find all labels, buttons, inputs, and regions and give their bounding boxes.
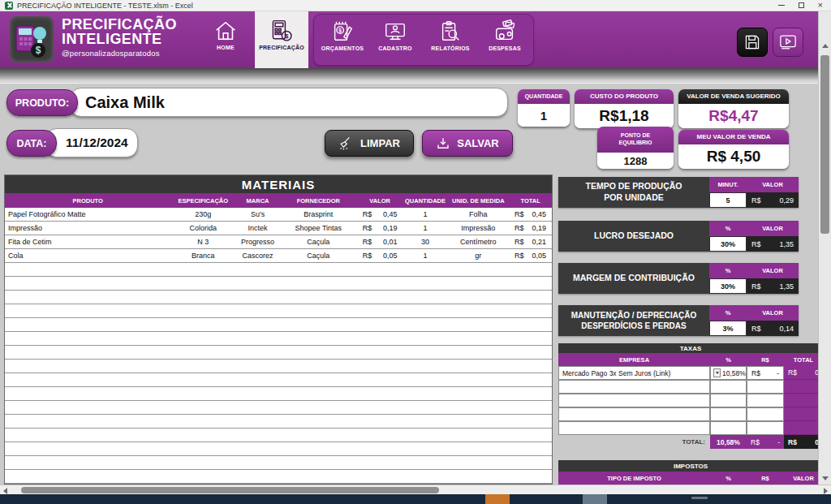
scroll-right-arrow-icon[interactable] — [824, 488, 828, 494]
scroll-left-arrow-icon[interactable] — [3, 488, 7, 494]
save-button[interactable] — [737, 28, 768, 57]
cell-marca[interactable]: Cascorez — [235, 249, 280, 262]
table-empty-row[interactable] — [5, 442, 552, 456]
quantidade-value[interactable]: 1 — [518, 104, 570, 127]
vertical-scroll-thumb[interactable] — [820, 55, 829, 234]
cell-especificacao[interactable]: Colorida — [170, 222, 235, 235]
taxa-empresa-cell[interactable] — [558, 394, 710, 407]
table-empty-row[interactable] — [5, 304, 552, 318]
cell-unidade[interactable]: Impressão — [447, 222, 509, 235]
cell-marca[interactable]: Progresso — [235, 235, 280, 248]
cell-quantidade[interactable]: 1 — [403, 208, 448, 221]
vertical-scrollbar[interactable] — [818, 11, 831, 485]
taxa-empty-row[interactable] — [558, 421, 823, 435]
taxa-rs-cell[interactable] — [747, 421, 784, 435]
cell-fornecedor[interactable]: Caçula — [280, 235, 357, 248]
scroll-up-arrow-icon[interactable] — [822, 44, 829, 48]
lucro-pct-input[interactable]: 30% — [709, 236, 747, 252]
taxa-empresa-cell[interactable] — [558, 380, 710, 394]
cell-valor[interactable]: R$0,19 — [357, 222, 403, 235]
table-empty-row[interactable] — [5, 291, 552, 304]
cell-especificacao[interactable]: 230g — [170, 208, 235, 221]
taxa-empresa-cell[interactable] — [558, 407, 710, 421]
taxa-pct-cell[interactable] — [710, 407, 747, 421]
minutos-input[interactable]: 5 — [709, 192, 747, 208]
meu-valor-value[interactable]: R$ 4,50 — [678, 144, 789, 169]
table-empty-row[interactable] — [5, 346, 552, 360]
cell-unidade[interactable]: Folha — [447, 208, 509, 221]
taxa-empresa-cell[interactable]: Mercado Pago 3x Sem Juros (Link) — [558, 366, 710, 380]
nav-despesas[interactable]: DESPESAS — [481, 19, 528, 51]
scroll-down-arrow-icon[interactable] — [822, 476, 829, 480]
cell-valor[interactable]: R$0,05 — [357, 249, 403, 262]
table-empty-row[interactable] — [5, 429, 552, 442]
produto-input[interactable]: Caixa Milk — [70, 88, 508, 117]
video-tutorial-button[interactable] — [773, 28, 803, 57]
cell-especificacao[interactable]: Branca — [170, 249, 235, 262]
cell-valor[interactable]: R$0,45 — [357, 208, 403, 221]
limpar-button[interactable]: LIMPAR — [325, 130, 414, 157]
minimize-button[interactable] — [778, 5, 785, 6]
table-empty-row[interactable] — [5, 360, 552, 373]
cell-marca[interactable]: Inctek — [235, 222, 280, 235]
cell-fornecedor[interactable]: Shopee Tintas — [280, 222, 357, 235]
close-button[interactable]: × — [818, 1, 823, 10]
taxa-pct-cell[interactable] — [710, 394, 747, 407]
cell-total[interactable]: R$0,21 — [509, 235, 552, 248]
table-row[interactable]: Impressão Colorida Inctek Shopee Tintas … — [5, 222, 552, 235]
cell-fornecedor[interactable]: Caçula — [280, 249, 357, 262]
nav-orcamentos[interactable]: $ ORÇAMENTOS — [317, 19, 368, 51]
table-empty-row[interactable] — [5, 415, 552, 429]
nav-relatorios[interactable]: RELATÓRIOS — [424, 19, 476, 51]
taxa-empty-row[interactable] — [558, 394, 823, 407]
taxa-pct-cell[interactable]: 10,58% — [710, 366, 747, 380]
table-empty-row[interactable] — [5, 401, 552, 415]
taxa-row[interactable]: Mercado Pago 3x Sem Juros (Link) 10,58% … — [558, 366, 823, 380]
dropdown-arrow-icon[interactable] — [713, 368, 721, 377]
cell-fornecedor[interactable]: Brasprint — [280, 208, 357, 221]
horizontal-scroll-thumb[interactable] — [21, 487, 439, 493]
cell-quantidade[interactable]: 1 — [403, 249, 448, 262]
cell-produto[interactable]: Papel Fotográfico Matte — [5, 208, 170, 221]
nav-cadastro[interactable]: CADASTRO — [371, 19, 420, 51]
cell-valor[interactable]: R$0,01 — [357, 235, 403, 248]
cell-total[interactable]: R$0,45 — [509, 208, 552, 221]
taxa-empty-row[interactable] — [558, 380, 823, 394]
table-empty-row[interactable] — [5, 373, 552, 387]
manutencao-pct-input[interactable]: 3% — [709, 321, 747, 336]
taskbar-app-orange[interactable] — [485, 494, 510, 504]
cell-especificacao[interactable]: N 3 — [170, 235, 235, 248]
table-row[interactable]: Papel Fotográfico Matte 230g Su's Braspr… — [5, 208, 552, 222]
cell-produto[interactable]: Fita de Cetim — [5, 235, 170, 248]
taxa-empresa-cell[interactable] — [558, 421, 710, 435]
horizontal-scrollbar[interactable] — [0, 485, 831, 494]
taxa-rs-cell[interactable]: R$- — [747, 366, 784, 380]
nav-home[interactable]: HOME — [203, 19, 248, 50]
cell-quantidade[interactable]: 30 — [403, 235, 448, 248]
taxa-rs-cell[interactable] — [747, 380, 784, 394]
cell-unidade[interactable]: gr — [447, 249, 509, 262]
taxa-pct-cell[interactable] — [710, 380, 747, 394]
salvar-button[interactable]: SALVAR — [422, 130, 513, 157]
cell-marca[interactable]: Su's — [235, 208, 280, 221]
taskbar-app-gray[interactable] — [583, 494, 607, 504]
cell-unidade[interactable]: Centímetro — [447, 235, 509, 248]
table-empty-row[interactable] — [5, 263, 552, 277]
table-row[interactable]: Fita de Cetim N 3 Progresso Caçula R$0,0… — [5, 235, 552, 249]
cell-quantidade[interactable]: 1 — [403, 222, 448, 235]
table-row[interactable]: Cola Branca Cascorez Caçula R$0,05 1 gr … — [5, 249, 552, 263]
taxa-empty-row[interactable] — [558, 407, 823, 421]
table-empty-row[interactable] — [5, 387, 552, 401]
cell-produto[interactable]: Impressão — [5, 222, 170, 235]
table-empty-row[interactable] — [5, 456, 552, 470]
taxa-rs-cell[interactable] — [747, 407, 784, 421]
maximize-button[interactable] — [799, 2, 804, 8]
taxa-pct-cell[interactable] — [710, 421, 747, 435]
nav-precificacao[interactable]: $ PRECIFICAÇÃO — [255, 11, 308, 68]
cell-produto[interactable]: Cola — [5, 249, 170, 262]
table-empty-row[interactable] — [5, 318, 552, 332]
taxa-rs-cell[interactable] — [747, 394, 784, 407]
table-empty-row[interactable] — [5, 277, 552, 291]
cell-total[interactable]: R$0,05 — [509, 249, 552, 262]
cell-total[interactable]: R$0,19 — [509, 222, 552, 235]
